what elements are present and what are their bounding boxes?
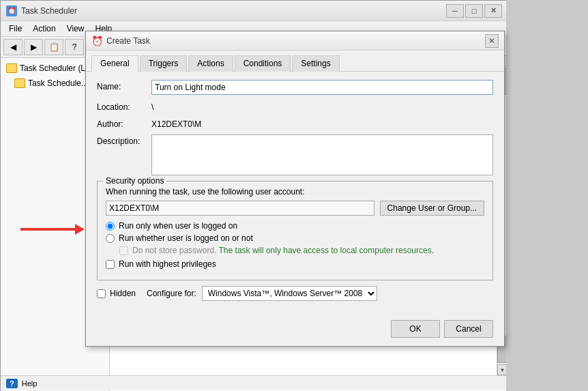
tab-conditions[interactable]: Conditions — [235, 55, 291, 72]
highest-privileges-checkbox[interactable] — [106, 260, 115, 269]
radio-logged-on-row: Run only when user is logged on — [106, 221, 484, 231]
no-store-label: Do not store password. The task will onl… — [132, 246, 434, 255]
hidden-checkbox[interactable] — [97, 289, 106, 298]
author-label: Author: — [97, 117, 151, 129]
location-value: \ — [151, 100, 493, 112]
bottom-row: Hidden Configure for: Windows Vista™, Wi… — [97, 286, 493, 301]
author-row: Author: X12DEXT0\M — [97, 117, 493, 129]
taskscheduler-titlebar: ⏰ Task Scheduler ─ □ ✕ — [1, 1, 508, 21]
radio-whether-label[interactable]: Run whether user is logged on or not — [119, 233, 253, 243]
menu-action[interactable]: Action — [27, 23, 61, 35]
show-action-pane-button[interactable]: 📋 — [44, 39, 63, 55]
user-account-field[interactable] — [106, 201, 374, 216]
configure-row: Configure for: Windows Vista™, Windows S… — [147, 286, 377, 301]
menu-file[interactable]: File — [3, 23, 27, 35]
radio-logged-on-label[interactable]: Run only when user is logged on — [119, 221, 237, 231]
author-value: X12DEXT0\M — [151, 117, 493, 129]
dialog-content: Name: Location: \ Author: X12DEXT0\M Des… — [86, 72, 504, 315]
configure-select[interactable]: Windows Vista™, Windows Server™ 2008 Win… — [202, 286, 377, 301]
close-window-button[interactable]: ✕ — [484, 4, 502, 18]
taskscheduler-title: Task Scheduler — [21, 6, 446, 16]
radio-whether[interactable] — [106, 234, 115, 243]
user-account-desc: When running the task, use the following… — [106, 187, 484, 197]
create-task-dialog: ⏰ Create Task ✕ General Triggers Actions… — [85, 31, 505, 347]
dialog-tabs: General Triggers Actions Conditions Sett… — [86, 50, 504, 72]
dialog-icon: ⏰ — [91, 35, 102, 46]
minimize-button[interactable]: ─ — [446, 4, 464, 18]
highest-privileges-label[interactable]: Run with highest privileges — [119, 259, 216, 269]
name-label: Name: — [97, 80, 151, 91]
description-label: Description: — [97, 134, 151, 146]
ok-button[interactable]: OK — [391, 320, 440, 338]
dialog-buttons: OK Cancel — [86, 315, 504, 346]
hidden-label[interactable]: Hidden — [110, 289, 136, 298]
sidebar-item-label-2: Task Schedule... — [28, 78, 88, 88]
change-user-button[interactable]: Change User or Group... — [380, 201, 484, 216]
dialog-titlebar: ⏰ Create Task ✕ — [86, 31, 504, 50]
arrow-annotation — [20, 224, 85, 235]
tab-actions[interactable]: Actions — [188, 55, 233, 72]
location-label: Location: — [97, 100, 151, 112]
user-account-row: Change User or Group... — [106, 201, 484, 216]
statusbar: ? Help — [1, 375, 509, 390]
configure-label: Configure for: — [147, 289, 196, 298]
radio-logged-on[interactable] — [106, 222, 115, 231]
arrow-head — [75, 224, 85, 235]
help-badge: ? — [6, 379, 18, 388]
tab-settings[interactable]: Settings — [292, 55, 339, 72]
forward-button[interactable]: ▶ — [24, 39, 43, 55]
location-row: Location: \ — [97, 100, 493, 112]
dialog-close-button[interactable]: ✕ — [485, 34, 499, 48]
hidden-row: Hidden — [97, 289, 136, 298]
name-input[interactable] — [151, 80, 493, 95]
cancel-button[interactable]: Cancel — [444, 320, 493, 338]
maximize-button[interactable]: □ — [465, 4, 483, 18]
folder-icon-2 — [14, 78, 25, 88]
right-panel — [506, 0, 588, 391]
tab-general[interactable]: General — [91, 55, 138, 72]
name-row: Name: — [97, 80, 493, 95]
description-row: Description: — [97, 134, 493, 175]
back-button[interactable]: ◀ — [3, 39, 23, 55]
security-group: Security options When running the task, … — [97, 181, 493, 280]
help-toolbar-button[interactable]: ? — [65, 39, 84, 55]
sidebar-item-label-1: Task Scheduler (L — [20, 63, 85, 73]
security-group-legend: Security options — [103, 176, 166, 186]
no-store-row: Do not store password. The task will onl… — [119, 246, 484, 255]
no-store-checkbox[interactable] — [119, 246, 128, 255]
description-textarea[interactable] — [151, 134, 493, 175]
privileges-row: Run with highest privileges — [106, 259, 484, 269]
no-store-desc: The task will only have access to local … — [219, 246, 434, 255]
radio-whether-row: Run whether user is logged on or not — [106, 233, 484, 243]
folder-icon — [6, 63, 17, 73]
help-text: Help — [22, 379, 38, 388]
tab-triggers[interactable]: Triggers — [140, 55, 188, 72]
arrow-shaft — [20, 228, 75, 231]
taskscheduler-icon: ⏰ — [6, 5, 17, 16]
window-controls: ─ □ ✕ — [446, 4, 502, 18]
dialog-title: Create Task — [106, 36, 485, 46]
